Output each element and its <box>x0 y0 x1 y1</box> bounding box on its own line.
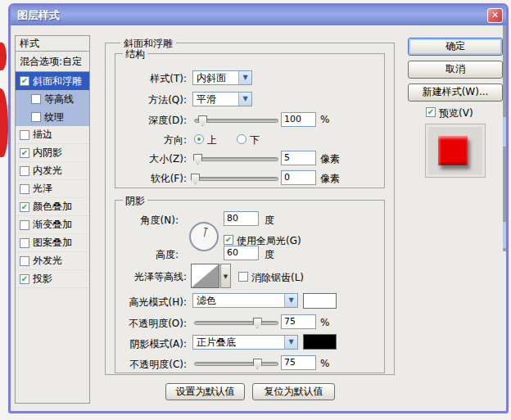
new-style-button[interactable]: 新建样式(W)... <box>408 84 503 102</box>
chevron-down-icon[interactable]: ▼ <box>238 71 251 84</box>
item-checkbox[interactable]: ✔ <box>20 202 29 212</box>
angle-input[interactable]: 80 <box>224 211 259 226</box>
item-label: 斜面和浮雕 <box>33 75 82 88</box>
direction-up-label: 上 <box>207 133 217 147</box>
item-label: 渐变叠加 <box>33 218 72 232</box>
shadow-opacity-input[interactable]: 75 <box>281 355 316 370</box>
sidebar-item-11[interactable]: ✔投影 <box>16 270 89 288</box>
highlight-mode-label: 高光模式(H): <box>101 296 187 309</box>
highlight-opacity-input[interactable]: 75 <box>281 314 316 329</box>
item-checkbox[interactable] <box>20 220 29 230</box>
set-default-button[interactable]: 设置为默认值 <box>165 383 245 400</box>
altitude-input[interactable]: 60 <box>224 246 259 260</box>
sidebar-item-2[interactable]: 纹理 <box>16 108 89 126</box>
sidebar-item-10[interactable]: 外发光 <box>16 252 89 270</box>
item-checkbox[interactable] <box>31 112 41 122</box>
item-label: 投影 <box>33 272 52 286</box>
item-label: 内阴影 <box>33 146 62 160</box>
item-label: 光泽 <box>33 182 52 196</box>
shadow-mode-label: 阴影模式(A): <box>101 337 187 351</box>
soften-label: 软化(F): <box>101 172 187 186</box>
item-checkbox[interactable]: ✔ <box>20 76 29 86</box>
item-label: 纹理 <box>44 111 64 124</box>
styles-list-header: 样式 <box>16 36 89 52</box>
shadow-opacity-slider[interactable] <box>194 362 278 366</box>
item-checkbox[interactable] <box>31 94 41 104</box>
item-checkbox[interactable]: ✔ <box>20 148 29 158</box>
preview-checkbox[interactable]: ✔ <box>426 107 436 117</box>
scrollbar-segment[interactable] <box>503 222 506 248</box>
chevron-down-icon[interactable]: ▼ <box>238 93 251 106</box>
sidebar-item-9[interactable]: 图案叠加 <box>16 234 89 252</box>
depth-slider[interactable] <box>194 119 278 123</box>
sidebar-item-7[interactable]: ✔颜色叠加 <box>16 198 89 216</box>
technique-label: 方法(Q): <box>101 93 187 107</box>
direction-down-radio[interactable] <box>237 134 246 144</box>
altitude-unit: 度 <box>265 248 274 262</box>
item-checkbox[interactable] <box>20 130 29 140</box>
highlight-opacity-label: 不透明度(O): <box>101 317 187 331</box>
item-checkbox[interactable] <box>20 166 29 176</box>
styles-list: 样式 混合选项:自定 ✔斜面和浮雕等高线纹理描边✔内阴影内发光光泽✔颜色叠加渐变… <box>15 35 90 404</box>
anti-alias-label: 消除锯齿(L) <box>251 271 304 285</box>
background-red-shape <box>0 43 7 70</box>
depth-label: 深度(D): <box>101 114 187 128</box>
technique-select[interactable]: 平滑 ▼ <box>192 92 252 106</box>
highlight-opacity-slider[interactable] <box>194 321 278 325</box>
shadow-mode-select[interactable]: 正片叠底 ▼ <box>192 335 298 350</box>
item-checkbox[interactable] <box>20 184 29 194</box>
chevron-down-icon[interactable]: ▼ <box>284 294 297 307</box>
preview-thumbnail <box>425 124 486 178</box>
angle-dial[interactable] <box>189 222 219 251</box>
scrollbar-segment[interactable] <box>503 117 506 147</box>
item-label: 颜色叠加 <box>33 200 72 214</box>
anti-alias-checkbox[interactable] <box>238 272 248 282</box>
direction-label: 方向: <box>101 133 187 147</box>
title-bar[interactable]: 图层样式 ✕ <box>11 6 506 25</box>
chevron-down-icon[interactable]: ▼ <box>284 336 297 349</box>
preview-label: 预览(V) <box>439 106 473 120</box>
background-red-shape <box>0 88 8 157</box>
shadow-color-swatch[interactable] <box>303 334 337 350</box>
size-input[interactable]: 5 <box>281 151 316 165</box>
soften-input[interactable]: 0 <box>281 170 316 185</box>
structure-legend: 结构 <box>123 47 147 61</box>
shading-legend: 阴影 <box>123 194 147 208</box>
contour-dropdown-arrow-icon[interactable]: ▼ <box>220 264 231 288</box>
gloss-contour-label: 光泽等高线: <box>101 270 187 284</box>
cancel-button[interactable]: 取消 <box>408 61 503 79</box>
reset-default-button[interactable]: 复位为默认值 <box>252 383 335 400</box>
dialog-title: 图层样式 <box>17 8 487 23</box>
sidebar-item-blending-options[interactable]: 混合选项:自定 <box>16 52 89 72</box>
close-icon[interactable]: ✕ <box>487 8 503 23</box>
gloss-contour-swatch[interactable] <box>191 264 219 288</box>
sidebar-item-1[interactable]: 等高线 <box>16 90 89 108</box>
style-select[interactable]: 内斜面 ▼ <box>192 70 252 85</box>
global-light-checkbox[interactable]: ✔ <box>224 235 233 245</box>
highlight-color-swatch[interactable] <box>303 293 337 309</box>
direction-up-radio[interactable] <box>194 134 204 144</box>
sidebar-item-3[interactable]: 描边 <box>16 126 89 144</box>
soften-slider[interactable] <box>194 177 278 181</box>
item-checkbox[interactable] <box>20 256 29 266</box>
item-checkbox[interactable]: ✔ <box>20 274 29 284</box>
item-label: 内发光 <box>33 164 62 178</box>
item-checkbox[interactable] <box>20 238 29 248</box>
size-unit: 像素 <box>320 152 340 166</box>
angle-dial-pointer <box>204 228 206 237</box>
scrollbar[interactable] <box>503 25 506 251</box>
highlight-mode-select[interactable]: 滤色 ▼ <box>192 293 298 308</box>
direction-down-label: 下 <box>250 133 260 147</box>
angle-unit: 度 <box>265 214 274 228</box>
sidebar-item-6[interactable]: 光泽 <box>16 180 89 198</box>
sidebar-item-0[interactable]: ✔斜面和浮雕 <box>16 72 89 90</box>
style-label: 样式(T): <box>101 72 187 86</box>
highlight-mode-value: 滤色 <box>193 294 284 307</box>
sidebar-item-5[interactable]: 内发光 <box>16 162 89 180</box>
ok-button[interactable]: 确定 <box>408 38 503 56</box>
sidebar-item-8[interactable]: 渐变叠加 <box>16 216 89 234</box>
sidebar-item-4[interactable]: ✔内阴影 <box>16 144 89 162</box>
depth-input[interactable]: 100 <box>281 112 316 127</box>
style-select-value: 内斜面 <box>193 71 238 84</box>
size-slider[interactable] <box>194 157 278 161</box>
